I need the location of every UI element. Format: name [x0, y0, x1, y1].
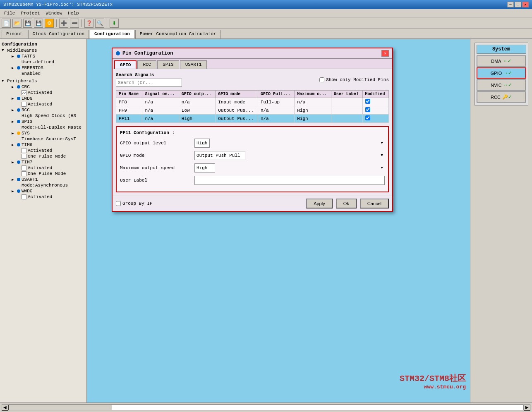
right-sidebar: System DMA ↔✓ GPIO →✓ NVIC ↔✓ RCC 🔑✓: [470, 39, 532, 402]
tree-crc[interactable]: ▶ CRC: [0, 84, 86, 90]
tree-wwdg[interactable]: ▶ WWDG: [0, 188, 86, 194]
iwdg-activated-checkbox[interactable]: [22, 102, 26, 107]
dialog-close-button[interactable]: ✕: [381, 50, 389, 57]
td-pf8-label: [331, 98, 362, 106]
tree-tim6[interactable]: ▶ TIM6: [0, 142, 86, 148]
dialog-tab-spi3[interactable]: SPI3: [157, 60, 179, 69]
tab-power[interactable]: Power Consumption Calculator: [135, 30, 221, 38]
td-pf8-mode: Input mode: [216, 98, 258, 106]
toolbar-open[interactable]: 📂: [12, 19, 22, 28]
collapse-freertos[interactable]: ▶: [12, 66, 16, 70]
tree-wwdg-activated: Activated: [0, 194, 86, 200]
cancel-button[interactable]: Cancel: [360, 199, 389, 208]
nvic-button[interactable]: NVIC ↔✓: [477, 79, 526, 91]
pf8-modified-checkbox[interactable]: [365, 99, 370, 104]
center-right: Pin Configuration ✕ GPIO RCC SPI3 USART1: [87, 39, 532, 402]
toolbar-generate[interactable]: ⬇: [110, 19, 119, 28]
crc-label: CRC: [22, 84, 30, 89]
toolbar-save[interactable]: 💾: [23, 19, 32, 28]
rcc-sidebar-button[interactable]: RCC 🔑✓: [477, 91, 526, 103]
pf11-modified-checkbox[interactable]: [365, 115, 370, 120]
td-pf11-pull: n/a: [258, 115, 294, 123]
toolbar-btn5[interactable]: ⚙: [45, 19, 54, 28]
tim7-pulse-checkbox[interactable]: [22, 171, 26, 176]
minimize-button[interactable]: ─: [507, 2, 514, 7]
dialog-tab-usart1[interactable]: USART1: [180, 60, 207, 69]
collapse-spi3[interactable]: ▶: [12, 120, 16, 124]
tim6-activated-checkbox[interactable]: [22, 148, 26, 153]
tab-configuration[interactable]: Configuration: [90, 30, 134, 38]
collapse-iwdg[interactable]: ▶: [12, 96, 16, 101]
tree-fatfs[interactable]: ▶ FATFS: [0, 53, 86, 59]
table-row[interactable]: PF8 n/a n/a Input mode Full-up n/a: [116, 98, 389, 106]
collapse-crc[interactable]: ▶: [12, 85, 16, 89]
menu-file[interactable]: File: [2, 10, 17, 17]
tree-spi3-mode: Mode:Full-Duplex Maste: [0, 125, 86, 130]
menu-window[interactable]: Window: [43, 10, 65, 17]
menu-project[interactable]: Project: [18, 10, 42, 17]
menu-bar: File Project Window Help: [0, 9, 532, 17]
collapse-rcc[interactable]: ▶: [12, 108, 16, 113]
gpio-mode-select[interactable]: Output Push Pull Output Open Drain Input…: [194, 151, 245, 160]
scroll-right-button[interactable]: ▶: [524, 404, 530, 411]
tim7-activated-checkbox[interactable]: [22, 165, 26, 170]
tim7-activated-label: Activated: [28, 165, 52, 170]
scroll-track[interactable]: [8, 405, 524, 410]
usart1-mode-label: Mode:Asynchronous: [22, 183, 68, 188]
collapse-middlewares[interactable]: ▼: [2, 48, 6, 53]
tree-rcc[interactable]: ▶ RCC: [0, 107, 86, 113]
tree-usart1[interactable]: ▶ USART1: [0, 177, 86, 182]
watermark-line2: www.stmcu.org: [400, 384, 466, 390]
tree-iwdg[interactable]: ▶ IWDG: [0, 96, 86, 101]
gpio-output-level-select[interactable]: Low High: [194, 139, 210, 148]
tree-tim7[interactable]: ▶ TIM7: [0, 159, 86, 165]
toolbar-save2[interactable]: 💾: [34, 19, 43, 28]
collapse-tim7[interactable]: ▶: [12, 160, 16, 165]
tab-pinout[interactable]: Pinout: [2, 30, 27, 38]
tab-clock[interactable]: Clock Configuration: [28, 30, 89, 38]
ok-button[interactable]: Ok: [336, 199, 357, 208]
tree-sys[interactable]: ▶ SYS: [0, 130, 86, 136]
collapse-wwdg[interactable]: ▶: [12, 189, 16, 194]
menu-help[interactable]: Help: [65, 10, 81, 17]
table-row[interactable]: PF9 n/a Low Output Pus... n/a High: [116, 106, 389, 115]
tim6-pulse-checkbox[interactable]: [22, 154, 26, 159]
dialog-tab-rcc[interactable]: RCC: [137, 60, 156, 69]
search-signals-label: Search Signals: [116, 72, 182, 77]
toolbar-help[interactable]: ❓: [84, 19, 93, 28]
close-button[interactable]: ✕: [522, 2, 529, 7]
collapse-tim6[interactable]: ▶: [12, 143, 16, 147]
scroll-left-button[interactable]: ◀: [2, 404, 8, 411]
tree-freertos[interactable]: ▶ FREERTOS: [0, 65, 86, 71]
show-modified-checkbox[interactable]: [319, 77, 324, 82]
group-by-ip-checkbox[interactable]: [116, 201, 121, 206]
user-label-input[interactable]: [194, 176, 385, 185]
wwdg-activated-checkbox[interactable]: [22, 194, 26, 199]
collapse-fatfs[interactable]: ▶: [12, 54, 16, 59]
collapse-peripherals[interactable]: ▼: [2, 79, 6, 83]
tree-spi3[interactable]: ▶ SPI3: [0, 119, 86, 125]
title-bar-controls: ─ □ ✕: [507, 2, 529, 7]
maximize-button[interactable]: □: [515, 2, 521, 7]
toolbar-search[interactable]: 🔍: [95, 19, 104, 28]
max-output-speed-select[interactable]: Low Medium High: [194, 163, 215, 172]
tree-tim6-pulse: One Pulse Mode: [0, 153, 86, 159]
user-label-label: User Label: [120, 178, 194, 183]
crc-activated-checkbox[interactable]: ✓: [22, 90, 26, 95]
toolbar-new[interactable]: 📄: [2, 19, 11, 28]
toolbar-add[interactable]: ➕: [59, 19, 68, 28]
dialog-title-label: Pin Configuration: [122, 50, 173, 56]
apply-button[interactable]: Apply: [306, 199, 333, 208]
pf9-modified-checkbox[interactable]: [365, 107, 370, 112]
dma-button[interactable]: DMA ↔✓: [477, 55, 526, 67]
group-by-ip-label: Group By IP: [122, 201, 153, 206]
gpio-button[interactable]: GPIO →✓: [477, 67, 526, 79]
dialog-tab-gpio[interactable]: GPIO: [114, 60, 137, 69]
max-output-speed-row: Maximum output speed Low Medium High: [120, 163, 385, 172]
collapse-usart1[interactable]: ▶: [12, 177, 16, 182]
collapse-sys[interactable]: ▶: [12, 131, 16, 136]
search-input[interactable]: [116, 79, 182, 87]
table-row-selected[interactable]: PF11 n/a High Output Pus... n/a High: [116, 115, 389, 123]
search-section: Search Signals: [116, 72, 182, 87]
toolbar-remove[interactable]: ➖: [70, 19, 79, 28]
